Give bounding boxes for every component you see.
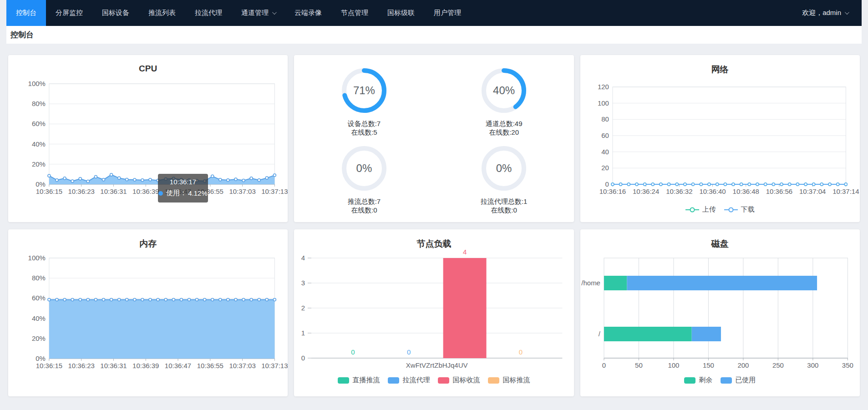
gauge-label: 在线数:20 [489,128,519,137]
legend-item-拉流代理[interactable]: 拉流代理 [388,376,430,385]
svg-text:100%: 100% [28,80,46,87]
svg-text:10:36:48: 10:36:48 [732,187,759,195]
nav-tab-用户管理[interactable]: 用户管理 [424,0,471,26]
user-menu[interactable]: 欢迎，admin [802,0,862,26]
gauge-label: 拉流代理总数:1 [481,197,528,206]
nav-tab-label: 云端录像 [294,9,322,17]
svg-text:80%: 80% [32,274,46,282]
svg-text:10:37:13: 10:37:13 [261,362,288,370]
nav-tab-label: 国标级联 [387,9,415,17]
svg-text:/: / [598,330,600,338]
gauge-percent: 0% [481,146,527,191]
legend-item-直播推流[interactable]: 直播推流 [338,376,380,385]
gauge-ring: 0% [341,146,387,191]
gauge-ring: 40% [481,68,527,113]
svg-text:XwFtVZrtZbHJq4UV: XwFtVZrtZbHJq4UV [406,361,468,369]
legend-swatch [488,377,499,384]
gauge-percent: 71% [341,68,387,113]
gauge-label: 推流总数:7 [348,197,381,206]
svg-text:200: 200 [737,361,749,369]
nav-tab-label: 推流列表 [148,9,176,17]
nav-tab-label: 用户管理 [434,9,461,17]
svg-text:40: 40 [601,148,609,156]
legend-item-下载[interactable]: 下载 [724,205,755,214]
svg-text:10:36:55: 10:36:55 [197,187,223,195]
svg-text:10:37:13: 10:37:13 [261,187,288,195]
nav-tab-label: 通道管理 [241,9,269,17]
svg-text:10:36:56: 10:36:56 [766,187,792,195]
memory-card-title: 内存 [8,238,288,250]
legend-item-已使用[interactable]: 已使用 [721,376,756,385]
memory-chart: 0%20%40%60%80%100%10:36:1510:36:2310:36:… [8,229,288,396]
svg-text:50: 50 [635,361,643,369]
nav-tab-云端录像[interactable]: 云端录像 [285,0,331,26]
overview-gauges-card: 71%设备总数:7在线数:540%通道总数:49在线数:200%推流总数:7在线… [294,55,574,222]
gauge-label: 在线数:0 [491,206,517,214]
svg-text:100: 100 [598,99,609,107]
gauge-通道总数:49: 40%通道总数:49在线数:20 [434,62,574,140]
svg-text:40%: 40% [32,140,46,148]
svg-text:10:36:15: 10:36:15 [36,362,62,370]
svg-text:0: 0 [351,348,355,356]
node-load-card: 节点负载 012340040XwFtVZrtZbHJq4UV直播推流拉流代理国标… [294,229,574,396]
svg-text:0%: 0% [36,354,46,362]
svg-text:120: 120 [598,83,609,91]
cpu-card-title: CPU [8,64,288,74]
legend-item-国标收流[interactable]: 国标收流 [438,376,480,385]
node_load-legend: 直播推流拉流代理国标收流国标推流 [294,376,574,385]
nav-tab-通道管理[interactable]: 通道管理 [232,0,285,26]
legend-line-marker [685,207,699,213]
gauge-label: 设备总数:7 [348,119,381,128]
chevron-down-icon [845,10,849,15]
svg-text:10:36:40: 10:36:40 [699,187,726,195]
svg-text:10:37:04: 10:37:04 [799,187,826,195]
nav-tab-拉流代理[interactable]: 拉流代理 [185,0,232,26]
legend-label: 拉流代理 [402,376,430,385]
nav-items: 控制台分屏监控国标设备推流列表拉流代理通道管理云端录像节点管理国标级联用户管理 [6,0,471,26]
svg-text:10:37:14: 10:37:14 [832,187,859,195]
svg-text:10:36:55: 10:36:55 [197,362,223,370]
svg-text:2: 2 [301,304,305,312]
nav-tab-label: 国标设备 [102,9,129,17]
network-card-title: 网络 [580,64,860,76]
svg-text:/home: /home [581,279,600,287]
svg-text:100%: 100% [28,254,46,262]
nav-tab-推流列表[interactable]: 推流列表 [139,0,185,26]
svg-text:10:36:31: 10:36:31 [100,362,127,370]
network-chart: 02040608010012010:36:1610:36:2410:36:321… [580,55,860,222]
breadcrumb: 控制台 [6,26,862,44]
legend-swatch [684,377,695,384]
svg-text:100: 100 [668,361,679,369]
svg-text:3: 3 [301,279,305,287]
page-title: 控制台 [10,30,34,40]
nav-tab-国标设备[interactable]: 国标设备 [92,0,139,26]
legend-item-剩余[interactable]: 剩余 [684,376,712,385]
gauge-推流总数:7: 0%推流总数:7在线数:0 [294,140,434,218]
network-legend: 上传下载 [580,205,860,214]
gauge-percent: 40% [481,68,527,113]
legend-item-国标推流[interactable]: 国标推流 [488,376,530,385]
nav-tab-分屏监控[interactable]: 分屏监控 [46,0,92,26]
legend-label: 直播推流 [352,376,380,385]
dashboard-grid: CPU 10:36:17 使用：4.12% 0%20%40%60%80%100%… [6,44,862,408]
svg-text:10:36:47: 10:36:47 [165,187,191,195]
svg-text:10:36:16: 10:36:16 [599,187,625,195]
legend-swatch [338,377,349,384]
svg-text:10:36:24: 10:36:24 [633,187,659,195]
nav-tab-节点管理[interactable]: 节点管理 [331,0,378,26]
legend-item-上传[interactable]: 上传 [685,205,716,214]
welcome-text: 欢迎，admin [802,9,841,17]
nav-tab-国标级联[interactable]: 国标级联 [378,0,424,26]
svg-text:10:36:32: 10:36:32 [666,187,692,195]
legend-label: 上传 [702,205,716,214]
svg-text:80: 80 [601,115,609,123]
disk-card-title: 磁盘 [580,238,860,250]
svg-text:150: 150 [703,361,714,369]
svg-text:60%: 60% [32,120,46,127]
svg-text:4: 4 [301,254,305,262]
nav-tab-控制台[interactable]: 控制台 [6,0,46,26]
legend-label: 已使用 [735,376,756,385]
svg-text:300: 300 [807,361,818,369]
gauge-percent: 0% [341,146,387,191]
gauge-label: 通道总数:49 [486,119,523,128]
